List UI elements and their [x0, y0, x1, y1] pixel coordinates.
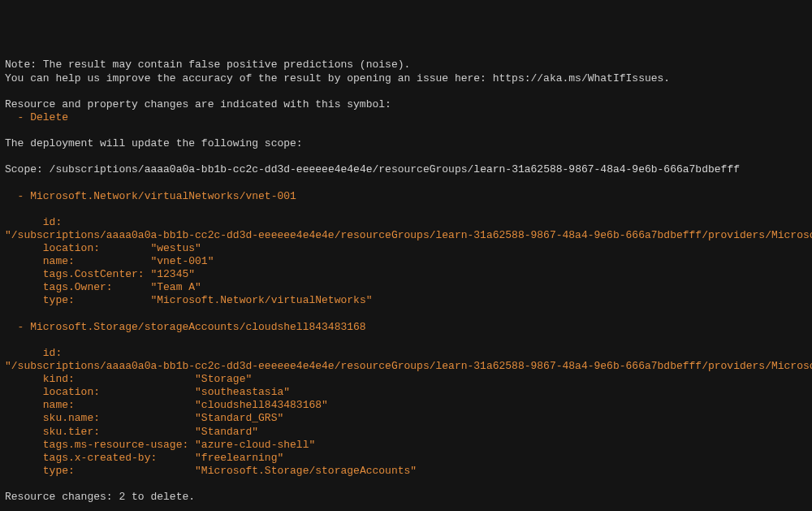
delete-symbol: - Delete — [5, 111, 68, 123]
res1-costcenter-value: "12345" — [150, 268, 195, 280]
res2-name-label: name: — [5, 399, 195, 411]
res2-location-value: "southeastasia" — [195, 386, 290, 398]
res1-name-value: "vnet-001" — [150, 255, 214, 267]
res2-tag-created-label: tags.x-created-by: — [5, 452, 195, 464]
res1-type-value: "Microsoft.Network/virtualNetworks" — [150, 294, 372, 306]
res2-name-value: "cloudshell843483168" — [195, 399, 328, 411]
res1-id-label: id: — [5, 216, 62, 228]
res2-tag-usage-value: "azure-cloud-shell" — [195, 439, 315, 451]
changes-heading: Resource and property changes are indica… — [5, 98, 391, 110]
res1-name-label: name: — [5, 255, 150, 267]
res2-sku-name-label: sku.name: — [5, 412, 195, 424]
res2-sku-name-value: "Standard_GRS" — [195, 412, 283, 424]
subscription-id: aaaa0a0a-bb1b-cc2c-dd3d-eeeeee4e4e4e — [145, 163, 373, 175]
resource-group-name: learn-31a62588-9867-48a4-9e6b-666a7bdbef… — [473, 163, 740, 175]
scope-label: Scope: /subscriptions/ — [5, 163, 145, 175]
resource-1-header: - Microsoft.Network/virtualNetworks/vnet… — [5, 190, 296, 202]
note-text: Note: The result may contain false posit… — [5, 58, 410, 71]
res2-type-value: "Microsoft.Storage/storageAccounts" — [195, 465, 417, 477]
scope-intro: The deployment will update the following… — [5, 137, 303, 149]
res1-id-value: "/subscriptions/aaaa0a0a-bb1b-cc2c-dd3d-… — [5, 229, 812, 241]
note-text-2: You can help us improve the accuracy of … — [5, 72, 670, 84]
res1-type-label: type: — [5, 294, 150, 306]
res1-owner-value: "Team A" — [150, 281, 201, 293]
res2-kind-label: kind: — [5, 373, 195, 385]
res2-tag-created-value: "freelearning" — [195, 452, 283, 464]
res2-type-label: type: — [5, 465, 195, 477]
res2-tag-usage-label: tags.ms-resource-usage: — [5, 439, 195, 451]
res2-id-label: id: — [5, 347, 62, 359]
res2-location-label: location: — [5, 386, 195, 398]
res2-sku-tier-value: "Standard" — [195, 426, 258, 438]
scope-rg-label: /resourceGroups/ — [373, 163, 474, 175]
summary-text: Resource changes: 2 to delete. — [5, 491, 195, 503]
res2-sku-tier-label: sku.tier: — [5, 426, 195, 438]
resource-2-header: - Microsoft.Storage/storageAccounts/clou… — [5, 321, 366, 333]
res1-location-value: "westus" — [150, 242, 201, 254]
res1-costcenter-label: tags.CostCenter: — [5, 268, 150, 280]
res2-kind-value: "Storage" — [195, 373, 252, 385]
res1-owner-label: tags.Owner: — [5, 281, 150, 293]
res1-location-label: location: — [5, 242, 150, 254]
res2-id-value: "/subscriptions/aaaa0a0a-bb1b-cc2c-dd3d-… — [5, 360, 812, 372]
